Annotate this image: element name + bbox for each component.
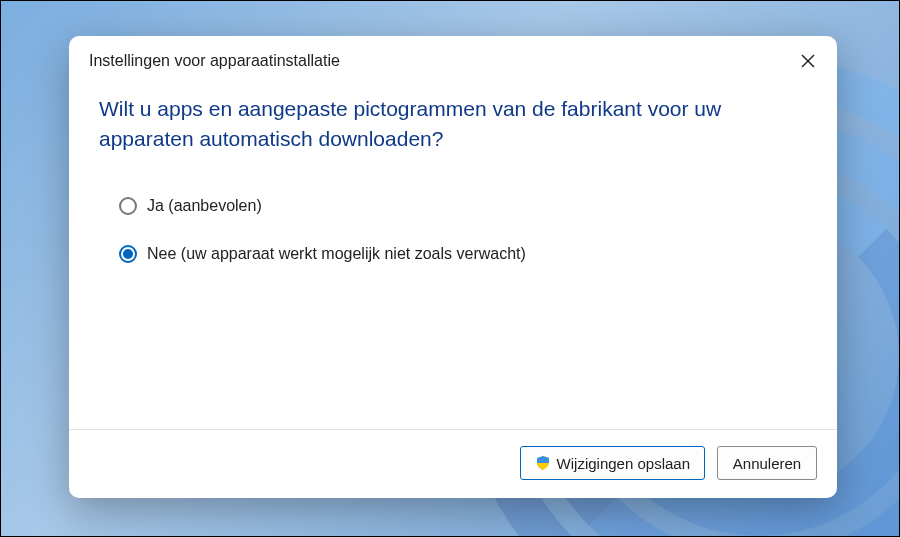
- save-button[interactable]: Wijzigingen opslaan: [520, 446, 705, 480]
- dialog-footer: Wijzigingen opslaan Annuleren: [69, 429, 837, 498]
- radio-icon: [119, 245, 137, 263]
- close-icon: [801, 54, 815, 68]
- radio-icon: [119, 197, 137, 215]
- close-button[interactable]: [793, 46, 823, 76]
- cancel-button-label: Annuleren: [733, 455, 801, 472]
- cancel-button[interactable]: Annuleren: [717, 446, 817, 480]
- dialog-heading: Wilt u apps en aangepaste pictogrammen v…: [99, 94, 807, 155]
- dialog-content: Wilt u apps en aangepaste pictogrammen v…: [69, 80, 837, 429]
- option-yes[interactable]: Ja (aanbevolen): [119, 197, 807, 215]
- download-option-group: Ja (aanbevolen) Nee (uw apparaat werkt m…: [99, 197, 807, 263]
- option-no[interactable]: Nee (uw apparaat werkt mogelijk niet zoa…: [119, 245, 807, 263]
- dialog-title: Instellingen voor apparaatinstallatie: [89, 52, 340, 70]
- save-button-label: Wijzigingen opslaan: [557, 455, 690, 472]
- uac-shield-icon: [535, 455, 551, 471]
- device-install-settings-dialog: Instellingen voor apparaatinstallatie Wi…: [69, 36, 837, 498]
- option-yes-label: Ja (aanbevolen): [147, 197, 262, 215]
- option-no-label: Nee (uw apparaat werkt mogelijk niet zoa…: [147, 245, 526, 263]
- dialog-titlebar: Instellingen voor apparaatinstallatie: [69, 36, 837, 80]
